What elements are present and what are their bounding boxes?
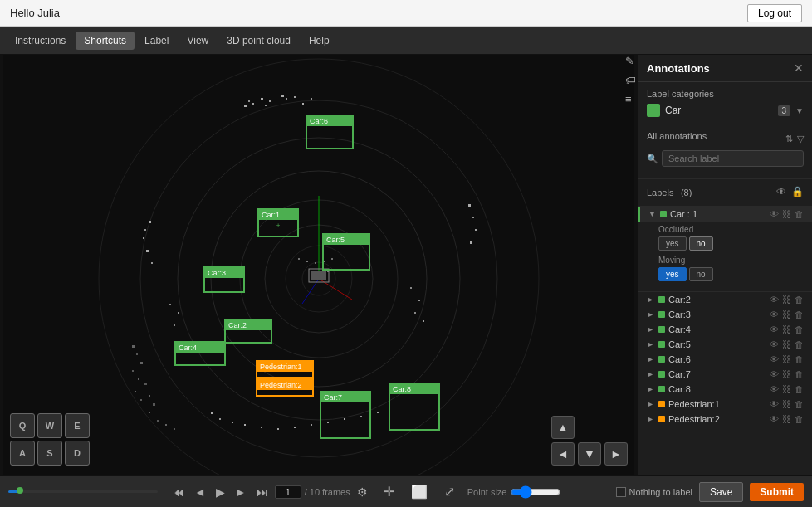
occluded-no-button[interactable]: no — [689, 236, 713, 251]
close-icon[interactable]: ✕ — [794, 61, 804, 75]
trash-icon-car1[interactable]: 🗑 — [795, 209, 804, 219]
sort-icon[interactable]: ⇅ — [785, 134, 793, 144]
nav-up-button[interactable]: ▲ — [551, 416, 575, 439]
logout-button[interactable]: Log out — [747, 4, 802, 22]
link-icon-car6[interactable]: ⛓ — [782, 354, 791, 364]
prev-frame-button[interactable]: ◄ — [191, 484, 209, 500]
play-button[interactable]: ▶ — [213, 484, 228, 500]
canvas-area[interactable]: Car:1 + Car:3 Car:4 Car:2 Car:5 Car:6 Ca… — [0, 55, 638, 475]
annotation-car1[interactable]: Car:1 + — [257, 208, 299, 237]
category-dropdown-arrow[interactable]: ▼ — [795, 106, 804, 115]
link-icon-ped1[interactable]: ⛓ — [782, 399, 791, 409]
link-icon-car1[interactable]: ⛓ — [782, 209, 791, 219]
eye-icon-ped1[interactable]: 👁 — [770, 399, 779, 409]
link-icon-car7[interactable]: ⛓ — [782, 369, 791, 379]
trash-icon-car5[interactable]: 🗑 — [795, 339, 804, 349]
point-size-slider[interactable] — [511, 485, 560, 499]
label-item-car6[interactable]: ► Car:6 👁 ⛓ 🗑 — [638, 352, 812, 367]
label-item-car8[interactable]: ► Car:8 👁 ⛓ 🗑 — [638, 382, 812, 397]
key-q[interactable]: Q — [10, 413, 35, 438]
nav-down-button[interactable]: ▼ — [578, 442, 601, 466]
annotation-car2[interactable]: Car:2 — [224, 319, 272, 344]
frame-input[interactable] — [275, 485, 301, 499]
annotation-pedestrian2[interactable]: Pedestrian:2 — [256, 378, 314, 397]
eye-icon-car4[interactable]: 👁 — [770, 324, 779, 334]
svg-rect-74 — [311, 271, 326, 280]
key-a[interactable]: A — [10, 441, 35, 466]
save-button[interactable]: Save — [699, 482, 743, 502]
skip-start-button[interactable]: ⏮ — [169, 484, 188, 500]
trash-icon-car3[interactable]: 🗑 — [795, 310, 804, 319]
next-frame-button[interactable]: ► — [232, 484, 250, 500]
key-w[interactable]: W — [37, 413, 62, 438]
filter-icon[interactable]: ▽ — [797, 134, 804, 144]
annotation-car7[interactable]: Car:7 — [320, 391, 371, 439]
trash-icon-car2[interactable]: 🗑 — [795, 295, 804, 305]
moving-no-button[interactable]: no — [689, 267, 713, 281]
nav-left-button[interactable]: ◄ — [551, 442, 575, 466]
key-e[interactable]: E — [65, 413, 90, 438]
menu-label[interactable]: Label — [136, 32, 177, 50]
menu-3d-point-cloud[interactable]: 3D point cloud — [218, 32, 299, 50]
category-count: 3 — [778, 105, 791, 116]
eye-icon-car2[interactable]: 👁 — [770, 295, 779, 305]
label-item-car7[interactable]: ► Car:7 👁 ⛓ 🗑 — [638, 367, 812, 382]
label-item-car2[interactable]: ► Car:2 👁 ⛓ 🗑 — [638, 292, 812, 307]
trash-icon-car8[interactable]: 🗑 — [795, 384, 804, 394]
settings-button[interactable]: ⚙ — [354, 484, 371, 500]
link-icon-car2[interactable]: ⛓ — [782, 295, 791, 305]
trash-icon-ped2[interactable]: 🗑 — [795, 414, 804, 424]
nav-right-button[interactable]: ► — [604, 442, 628, 466]
search-input[interactable] — [662, 150, 804, 167]
menu-help[interactable]: Help — [301, 32, 338, 50]
list-icon[interactable]: ≡ — [625, 93, 636, 105]
menu-view[interactable]: View — [179, 32, 217, 50]
annotation-car4[interactable]: Car:4 — [174, 341, 226, 366]
key-s[interactable]: S — [37, 441, 62, 466]
trash-icon-car7[interactable]: 🗑 — [795, 369, 804, 379]
tool-box[interactable]: ⬜ — [407, 482, 432, 501]
tag-icon[interactable]: 🏷 — [625, 74, 636, 86]
edit-icon[interactable]: ✎ — [625, 55, 636, 67]
annotation-pedestrian1[interactable]: Pedestrian:1 — [256, 360, 314, 378]
menu-shortcuts[interactable]: Shortcuts — [76, 32, 135, 50]
eye-icon-car6[interactable]: 👁 — [770, 354, 779, 364]
eye-icon-car1[interactable]: 👁 — [770, 209, 779, 219]
eye-icon-car8[interactable]: 👁 — [770, 384, 779, 394]
eye-icon-car3[interactable]: 👁 — [770, 310, 779, 319]
label-item-ped2[interactable]: ► Pedestrian:2 👁 ⛓ 🗑 — [638, 412, 812, 427]
label-item-car4[interactable]: ► Car:4 👁 ⛓ 🗑 — [638, 322, 812, 337]
annotation-car5[interactable]: Car:5 — [322, 233, 370, 271]
skip-end-button[interactable]: ⏭ — [253, 484, 271, 500]
submit-button[interactable]: Submit — [750, 483, 804, 501]
link-icon-ped2[interactable]: ⛓ — [782, 414, 791, 424]
trash-icon-car4[interactable]: 🗑 — [795, 324, 804, 334]
annotation-car6[interactable]: Car:6 — [306, 115, 354, 149]
lock-icon[interactable]: 🔒 — [791, 186, 804, 197]
label-item-ped1[interactable]: ► Pedestrian:1 👁 ⛓ 🗑 — [638, 397, 812, 412]
moving-yes-button[interactable]: yes — [658, 267, 687, 281]
label-item-car3[interactable]: ► Car:3 👁 ⛓ 🗑 — [638, 307, 812, 322]
trash-icon-ped1[interactable]: 🗑 — [795, 399, 804, 409]
eye-icon-ped2[interactable]: 👁 — [770, 414, 779, 424]
occluded-yes-button[interactable]: yes — [658, 236, 687, 251]
link-icon-car3[interactable]: ⛓ — [782, 310, 791, 319]
trash-icon-car6[interactable]: 🗑 — [795, 354, 804, 364]
eye-icon-car5[interactable]: 👁 — [770, 339, 779, 349]
label-item-car1[interactable]: ▼ Car : 1 👁 ⛓ 🗑 — [638, 207, 812, 222]
tool-move[interactable]: ⤢ — [440, 482, 459, 501]
nothing-checkbox[interactable] — [616, 487, 626, 497]
label-item-car5[interactable]: ► Car:5 👁 ⛓ 🗑 — [638, 337, 812, 352]
link-icon-car8[interactable]: ⛓ — [782, 384, 791, 394]
visibility-icon[interactable]: 👁 — [776, 186, 786, 197]
key-d[interactable]: D — [65, 441, 90, 466]
panel-header: Annotations ✕ — [638, 55, 812, 82]
link-icon-car5[interactable]: ⛓ — [782, 339, 791, 349]
link-icon-car4[interactable]: ⛓ — [782, 324, 791, 334]
menu-instructions[interactable]: Instructions — [7, 32, 74, 50]
eye-icon-car7[interactable]: 👁 — [770, 369, 779, 379]
annotation-car8[interactable]: Car:8 — [389, 383, 440, 431]
tool-crosshair[interactable]: ✛ — [379, 482, 399, 501]
svg-rect-14 — [269, 100, 271, 102]
annotation-car3[interactable]: Car:3 — [203, 266, 245, 293]
